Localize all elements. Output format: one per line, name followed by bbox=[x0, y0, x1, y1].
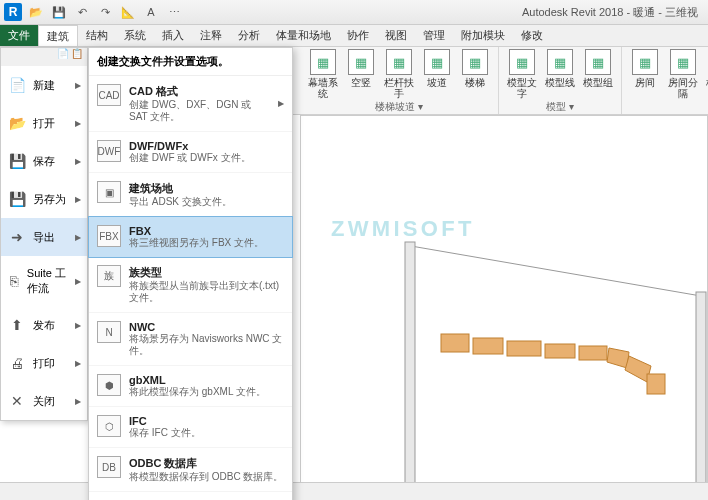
window-title: Autodesk Revit 2018 - 暖通 - 三维视 bbox=[522, 5, 704, 20]
menu-分析[interactable]: 分析 bbox=[230, 25, 268, 46]
export-desc: 将此模型保存为 gbXML 文件。 bbox=[129, 386, 284, 398]
ribbon-btn-房间分隔[interactable]: ▦房间分隔 bbox=[666, 49, 700, 99]
ribbon-label: 栏杆扶手 bbox=[382, 77, 416, 99]
fm-icon: 🖨 bbox=[7, 354, 27, 372]
file-menu-Suite 工作流[interactable]: ⎘Suite 工作流▶ bbox=[1, 256, 87, 306]
export-图像和动画[interactable]: ▦图像和动画保存动画或图像文件。▶ bbox=[89, 492, 292, 500]
qat-undo-icon[interactable]: ↶ bbox=[72, 3, 92, 21]
qat-more-icon[interactable]: ⋯ bbox=[164, 3, 184, 21]
qat-measure-icon[interactable]: 📐 bbox=[118, 3, 138, 21]
titlebar: R 📂 💾 ↶ ↷ 📐 A ⋯ Autodesk Revit 2018 - 暖通… bbox=[0, 0, 708, 25]
menu-附加模块[interactable]: 附加模块 bbox=[453, 25, 513, 46]
menu-注释[interactable]: 注释 bbox=[192, 25, 230, 46]
svg-rect-4 bbox=[405, 242, 415, 499]
svg-rect-5 bbox=[696, 292, 706, 499]
file-menu-打印[interactable]: 🖨打印▶ bbox=[1, 344, 87, 382]
export-icon: DWF bbox=[97, 140, 121, 162]
menu-修改[interactable]: 修改 bbox=[513, 25, 551, 46]
export-desc: 创建 DWF 或 DWFx 文件。 bbox=[129, 152, 284, 164]
fm-label: 保存 bbox=[33, 154, 55, 169]
qat-text-a-icon[interactable]: A bbox=[141, 3, 161, 21]
qat-open-icon[interactable]: 📂 bbox=[26, 3, 46, 21]
menu-建筑[interactable]: 建筑 bbox=[38, 25, 78, 46]
ribbon-group-模型: ▦模型文字▦模型线▦模型组模型 ▾ bbox=[499, 47, 622, 114]
file-menu-header: 📄📋 bbox=[1, 48, 87, 66]
fm-label: 关闭 bbox=[33, 394, 55, 409]
fm-label: 打印 bbox=[33, 356, 55, 371]
ribbon-btn-幕墙系统[interactable]: ▦幕墙系统 bbox=[306, 49, 340, 99]
recent-docs-icon[interactable]: 📄 bbox=[57, 48, 69, 66]
recent-places-icon[interactable]: 📋 bbox=[71, 48, 83, 66]
fm-label: 发布 bbox=[33, 318, 55, 333]
chevron-right-icon: ▶ bbox=[75, 277, 81, 286]
ribbon-btn-房间[interactable]: ▦房间 bbox=[628, 49, 662, 99]
ribbon-label: 坡道 bbox=[427, 77, 447, 88]
export-IFC[interactable]: ⬡IFC保存 IFC 文件。 bbox=[89, 407, 292, 448]
file-menu-打开[interactable]: 📂打开▶ bbox=[1, 104, 87, 142]
file-menu-发布[interactable]: ⬆发布▶ bbox=[1, 306, 87, 344]
ribbon-btn-模型组[interactable]: ▦模型组 bbox=[581, 49, 615, 99]
menu-文件[interactable]: 文件 bbox=[0, 25, 38, 46]
export-FBX[interactable]: FBXFBX将三维视图另存为 FBX 文件。 bbox=[88, 216, 293, 258]
menu-结构[interactable]: 结构 bbox=[78, 25, 116, 46]
menu-插入[interactable]: 插入 bbox=[154, 25, 192, 46]
ribbon-group-label: 房间和面积 ▾ bbox=[628, 99, 708, 115]
menu-体量和场地[interactable]: 体量和场地 bbox=[268, 25, 339, 46]
ribbon-icon: ▦ bbox=[585, 49, 611, 75]
menu-视图[interactable]: 视图 bbox=[377, 25, 415, 46]
export-族类型[interactable]: 族族类型将族类型从当前族导出到文本(.txt)文件。 bbox=[89, 257, 292, 313]
export-CAD 格式[interactable]: CADCAD 格式创建 DWG、DXF、DGN 或 SAT 文件。▶ bbox=[89, 76, 292, 132]
export-gbXML[interactable]: ⬢gbXML将此模型保存为 gbXML 文件。 bbox=[89, 366, 292, 407]
file-menu-关闭[interactable]: ✕关闭▶ bbox=[1, 382, 87, 420]
chevron-right-icon: ▶ bbox=[75, 359, 81, 368]
export-desc: 将族类型从当前族导出到文本(.txt)文件。 bbox=[129, 280, 284, 304]
ribbon-label: 房间分隔 bbox=[666, 77, 700, 99]
menu-系统[interactable]: 系统 bbox=[116, 25, 154, 46]
fm-icon: ⬆ bbox=[7, 316, 27, 334]
qat-redo-icon[interactable]: ↷ bbox=[95, 3, 115, 21]
export-panel: 创建交换文件并设置选项。 CADCAD 格式创建 DWG、DXF、DGN 或 S… bbox=[88, 47, 293, 500]
export-title: DWF/DWFx bbox=[129, 140, 284, 152]
qat-save-icon[interactable]: 💾 bbox=[49, 3, 69, 21]
file-menu-保存[interactable]: 💾保存▶ bbox=[1, 142, 87, 180]
app-logo-icon: R bbox=[4, 3, 22, 21]
export-NWC[interactable]: NNWC将场景另存为 Navisworks NWC 文件。 bbox=[89, 313, 292, 366]
file-menu-新建[interactable]: 📄新建▶ bbox=[1, 66, 87, 104]
svg-rect-8 bbox=[507, 341, 541, 356]
export-icon: 族 bbox=[97, 265, 121, 287]
file-menu-导出[interactable]: ➜导出▶ bbox=[1, 218, 87, 256]
chevron-right-icon: ▶ bbox=[75, 233, 81, 242]
export-desc: 导出 ADSK 交换文件。 bbox=[129, 196, 284, 208]
menu-协作[interactable]: 协作 bbox=[339, 25, 377, 46]
chevron-right-icon: ▶ bbox=[75, 195, 81, 204]
ribbon-group-label: 楼梯坡道 ▾ bbox=[306, 99, 492, 115]
export-title: ODBC 数据库 bbox=[129, 456, 284, 471]
menu-管理[interactable]: 管理 bbox=[415, 25, 453, 46]
ribbon-btn-栏杆扶手[interactable]: ▦栏杆扶手 bbox=[382, 49, 416, 99]
ribbon-label: 模型文字 bbox=[505, 77, 539, 99]
export-desc: 保存 IFC 文件。 bbox=[129, 427, 284, 439]
chevron-right-icon: ▶ bbox=[278, 99, 284, 108]
export-icon: ▣ bbox=[97, 181, 121, 203]
ribbon-btn-标记房间[interactable]: ▦标记房间 bbox=[704, 49, 708, 99]
export-title: NWC bbox=[129, 321, 284, 333]
ribbon-btn-空竖[interactable]: ▦空竖 bbox=[344, 49, 378, 99]
ribbon-btn-模型线[interactable]: ▦模型线 bbox=[543, 49, 577, 99]
ribbon-label: 幕墙系统 bbox=[306, 77, 340, 99]
fm-icon: ➜ bbox=[7, 228, 27, 246]
export-DWF/DWFx[interactable]: DWFDWF/DWFx创建 DWF 或 DWFx 文件。 bbox=[89, 132, 292, 173]
viewport-3d[interactable]: ZWMISOFT bbox=[300, 115, 708, 500]
export-ODBC 数据库[interactable]: DBODBC 数据库将模型数据保存到 ODBC 数据库。 bbox=[89, 448, 292, 492]
ribbon-label: 模型线 bbox=[545, 77, 575, 88]
ribbon-btn-楼梯[interactable]: ▦楼梯 bbox=[458, 49, 492, 99]
ribbon-btn-模型文字[interactable]: ▦模型文字 bbox=[505, 49, 539, 99]
export-建筑场地[interactable]: ▣建筑场地导出 ADSK 交换文件。 bbox=[89, 173, 292, 217]
fm-label: Suite 工作流 bbox=[27, 266, 69, 296]
file-menu-另存为[interactable]: 💾另存为▶ bbox=[1, 180, 87, 218]
export-icon: CAD bbox=[97, 84, 121, 106]
svg-marker-11 bbox=[607, 348, 629, 368]
svg-rect-13 bbox=[647, 374, 665, 394]
ribbon-group-label: 模型 ▾ bbox=[505, 99, 615, 115]
export-icon: N bbox=[97, 321, 121, 343]
ribbon-btn-坡道[interactable]: ▦坡道 bbox=[420, 49, 454, 99]
